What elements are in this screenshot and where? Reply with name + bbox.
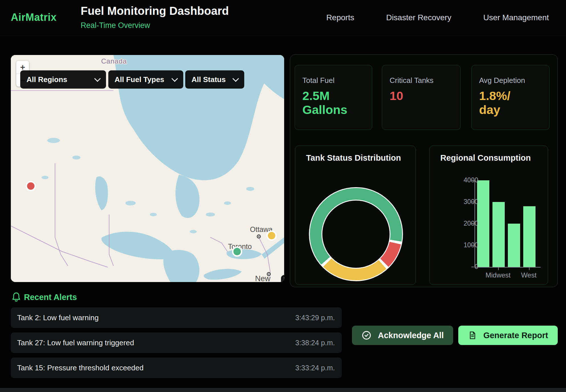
alert-message: Tank 15: Pressure threshold exceeded	[17, 364, 144, 372]
fuel-type-filter-dropdown[interactable]: All Fuel Types	[108, 70, 183, 89]
bottom-strip	[0, 388, 566, 392]
page-subtitle: Real-Time Overview	[81, 21, 150, 30]
stat-label: Critical Tanks	[390, 76, 453, 85]
stat-card-avg-depletion: Avg Depletion 1.8%/day	[471, 65, 549, 130]
alert-timestamp: 3:38:24 p.m.	[295, 339, 335, 347]
stat-value: 10	[390, 89, 453, 103]
map-marker-warning[interactable]	[266, 230, 277, 241]
nav-item-reports[interactable]: Reports	[326, 13, 354, 22]
nav-item-disaster-recovery[interactable]: Disaster Recovery	[386, 13, 451, 22]
y-axis-tick-label: 4000	[458, 176, 478, 184]
y-axis-tick-label: 1000	[458, 241, 478, 249]
nav-item-user-management[interactable]: User Management	[483, 13, 549, 22]
donut-hole	[321, 200, 390, 269]
alert-timestamp: 3:33:24 p.m.	[295, 364, 335, 372]
page-title: Fuel Monitoring Dashboard	[81, 5, 229, 17]
map-resize-drag-handle[interactable]	[281, 275, 284, 282]
x-axis-label: Midwest	[481, 271, 515, 279]
alert-timestamp: 3:43:29 p.m.	[295, 314, 335, 322]
alert-row[interactable]: Tank 27: Low fuel warning triggered 3:38…	[11, 332, 342, 353]
map-marker-critical[interactable]	[26, 181, 36, 191]
status-filter-value: All Status	[192, 75, 226, 84]
region-filter-dropdown[interactable]: All Regions	[20, 70, 106, 89]
tank-locations-map[interactable]: Canada Ottawa Toronto New York + − All R…	[11, 55, 284, 282]
top-header: AirMatrix Fuel Monitoring Dashboard Real…	[0, 0, 566, 36]
stat-value: 1.8%/day	[479, 89, 542, 117]
ottawa-city-dot	[257, 234, 261, 238]
map-marker-normal[interactable]	[232, 246, 242, 257]
recent-alerts-title: Recent Alerts	[24, 293, 77, 302]
bar-Midwest	[492, 202, 505, 267]
newyork-city-dot	[267, 272, 271, 276]
bar-region-1	[477, 180, 489, 267]
stat-card-critical-tanks: Critical Tanks 10	[382, 65, 461, 130]
acknowledge-all-button[interactable]: Acknowledge All	[352, 326, 453, 345]
alert-row[interactable]: Tank 2: Low fuel warning 3:43:29 p.m.	[11, 307, 342, 328]
document-icon	[468, 331, 477, 340]
y-axis-tick-label: 3000	[458, 198, 478, 206]
alert-message: Tank 2: Low fuel warning	[17, 313, 99, 322]
stat-card-total-fuel: Total Fuel 2.5MGallons	[295, 65, 372, 130]
x-axis-label: West	[512, 271, 546, 279]
fuel-type-filter-value: All Fuel Types	[115, 75, 164, 84]
generate-report-button[interactable]: Generate Report	[458, 326, 558, 345]
alert-row[interactable]: Tank 15: Pressure threshold exceeded 3:3…	[11, 358, 342, 378]
chevron-down-icon	[233, 75, 239, 82]
tank-status-distribution-card: Tank Status Distribution	[295, 146, 416, 285]
region-filter-value: All Regions	[27, 75, 67, 84]
brand-logo: AirMatrix	[11, 11, 57, 23]
main-nav: Reports Disaster Recovery User Managemen…	[326, 13, 549, 22]
status-filter-dropdown[interactable]: All Status	[185, 70, 244, 89]
stat-label: Total Fuel	[302, 76, 365, 85]
alert-message: Tank 27: Low fuel warning triggered	[17, 338, 134, 347]
map-label-canada: Canada	[101, 57, 127, 65]
chevron-down-icon	[94, 75, 101, 82]
y-axis-tick-label: 0	[458, 263, 478, 271]
stat-label: Avg Depletion	[479, 76, 542, 85]
bar-region-3	[508, 224, 520, 267]
chart-title: Tank Status Distribution	[306, 153, 401, 163]
metrics-panel: Total Fuel 2.5MGallons Critical Tanks 10…	[290, 54, 558, 287]
regional-consumption-card: Regional Consumption MidwestWest01000200…	[429, 146, 548, 285]
y-axis-tick-label: 2000	[458, 220, 478, 227]
bar-West	[523, 206, 536, 267]
check-circle-icon	[361, 330, 372, 340]
stat-value: 2.5MGallons	[302, 89, 365, 117]
chevron-down-icon	[172, 75, 178, 82]
bell-icon	[11, 292, 21, 303]
regional-consumption-bar-chart: MidwestWest01000200030004000	[429, 146, 548, 285]
